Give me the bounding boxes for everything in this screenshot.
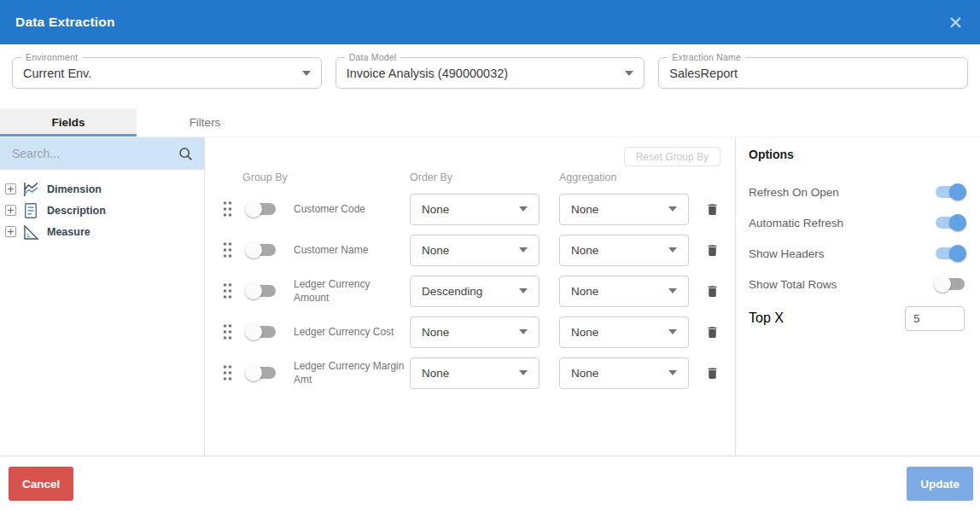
close-icon[interactable]: ✕ <box>948 14 963 32</box>
group-by-column-header: Group By <box>242 171 410 183</box>
expand-plus-icon[interactable] <box>5 183 16 195</box>
dialog-footer: Cancel Update <box>0 456 980 511</box>
tree-item-measure[interactable]: Measure <box>0 221 204 242</box>
option-toggle-list: Refresh On Open Automatic Refresh Show H… <box>749 177 965 299</box>
option-row: Refresh On Open <box>749 177 965 207</box>
field-name: Ledger Currency Margin Amt <box>294 359 405 386</box>
delete-icon[interactable] <box>705 365 720 381</box>
search-input[interactable] <box>12 147 178 160</box>
chevron-down-icon <box>625 71 633 76</box>
field-row: Ledger Currency Amount Descending None <box>205 270 735 311</box>
chevron-down-icon <box>668 288 677 293</box>
group-by-toggle[interactable] <box>247 244 276 256</box>
chevron-down-icon <box>668 370 677 375</box>
description-icon <box>20 201 41 220</box>
column-headers: Group By Order By Aggregation <box>205 171 735 183</box>
update-button[interactable]: Update <box>907 467 973 501</box>
group-by-toggle[interactable] <box>247 285 276 297</box>
chevron-down-icon <box>668 247 677 253</box>
field-name: Customer Name <box>294 243 405 257</box>
order-by-column-header: Order By <box>410 171 559 183</box>
aggregation-select[interactable]: None <box>559 276 689 307</box>
tab-filters[interactable]: Filters <box>137 108 273 136</box>
field-row: Customer Name None None <box>205 229 735 270</box>
drag-handle-icon[interactable] <box>222 282 234 300</box>
option-label: Show Total Rows <box>749 278 837 291</box>
extraction-name-label: Extraction Name <box>668 52 745 62</box>
aggregation-select[interactable]: None <box>559 316 689 348</box>
drag-handle-icon[interactable] <box>222 200 234 218</box>
field-name: Customer Code <box>294 202 405 216</box>
line-chart-icon <box>20 180 41 199</box>
option-toggle[interactable] <box>936 247 965 259</box>
top-x-input[interactable] <box>905 306 965 331</box>
field-row: Ledger Currency Margin Amt None None <box>205 352 735 393</box>
chevron-down-icon <box>302 71 311 76</box>
extraction-name-value: SalesReport <box>669 67 738 80</box>
group-by-toggle[interactable] <box>247 326 276 338</box>
environment-select[interactable]: Environment Current Env. <box>12 57 322 89</box>
top-form-row: Environment Current Env. Data Model Invo… <box>0 44 980 108</box>
expand-plus-icon[interactable] <box>5 226 16 237</box>
drag-handle-icon[interactable] <box>222 363 234 382</box>
order-by-select[interactable]: None <box>410 235 540 266</box>
option-row: Show Headers <box>749 238 965 269</box>
tree-item-dimension[interactable]: Dimension <box>0 178 204 200</box>
chevron-down-icon <box>668 329 677 334</box>
search-bar <box>0 137 204 170</box>
cancel-button[interactable]: Cancel <box>9 467 73 501</box>
option-toggle[interactable] <box>936 186 965 198</box>
options-panel: Options Refresh On Open Automatic Refres… <box>736 137 980 456</box>
delete-icon[interactable] <box>705 324 720 340</box>
search-icon[interactable] <box>178 146 194 162</box>
chevron-down-icon <box>519 288 528 293</box>
field-tree: Dimension Description <box>0 170 204 242</box>
option-toggle[interactable] <box>936 278 965 290</box>
field-row: Ledger Currency Cost None None <box>205 311 735 352</box>
fields-sidebar: Dimension Description <box>0 137 205 456</box>
aggregation-select[interactable]: None <box>559 235 689 266</box>
chevron-down-icon <box>519 370 528 375</box>
chevron-down-icon <box>519 206 528 212</box>
order-by-select[interactable]: None <box>410 316 540 348</box>
option-label: Show Headers <box>749 247 825 260</box>
chevron-down-icon <box>519 247 528 253</box>
extraction-name-field[interactable]: Extraction Name SalesReport <box>658 57 968 89</box>
aggregation-column-header: Aggregation <box>559 171 616 183</box>
aggregation-select[interactable]: None <box>559 194 689 225</box>
field-name: Ledger Currency Cost <box>294 325 405 339</box>
dialog-title: Data Extraction <box>15 15 115 30</box>
order-by-select[interactable]: Descending <box>410 276 540 307</box>
tree-item-description[interactable]: Description <box>0 200 204 221</box>
option-row: Show Total Rows <box>749 269 965 299</box>
tree-item-label: Dimension <box>47 183 102 195</box>
tree-item-label: Measure <box>47 226 90 238</box>
reset-row: Reset Group By <box>205 147 735 166</box>
option-row: Automatic Refresh <box>749 207 965 238</box>
tab-fields[interactable]: Fields <box>0 108 137 136</box>
drag-handle-icon[interactable] <box>222 322 234 341</box>
option-label: Refresh On Open <box>749 186 839 199</box>
chevron-down-icon <box>519 329 528 334</box>
drag-handle-icon[interactable] <box>222 241 234 259</box>
delete-icon[interactable] <box>705 242 720 258</box>
options-heading: Options <box>749 148 965 161</box>
group-by-toggle[interactable] <box>247 367 276 379</box>
data-model-select[interactable]: Data Model Invoice Analysis (490000032) <box>335 57 645 89</box>
chevron-down-icon <box>668 206 677 212</box>
data-model-label: Data Model <box>345 52 401 62</box>
delete-icon[interactable] <box>705 283 720 299</box>
option-toggle[interactable] <box>936 217 965 229</box>
reset-group-by-button[interactable]: Reset Group By <box>624 147 720 166</box>
delete-icon[interactable] <box>705 201 720 218</box>
expand-plus-icon[interactable] <box>5 205 16 216</box>
field-name: Ledger Currency Amount <box>294 277 405 305</box>
order-by-select[interactable]: None <box>410 357 540 389</box>
top-x-row: Top X <box>749 301 965 335</box>
tree-item-label: Description <box>47 205 106 217</box>
group-by-toggle[interactable] <box>247 203 276 215</box>
environment-value: Current Env. <box>23 67 91 80</box>
aggregation-select[interactable]: None <box>559 357 689 389</box>
tabs: FieldsFilters <box>0 108 980 137</box>
order-by-select[interactable]: None <box>410 194 540 225</box>
